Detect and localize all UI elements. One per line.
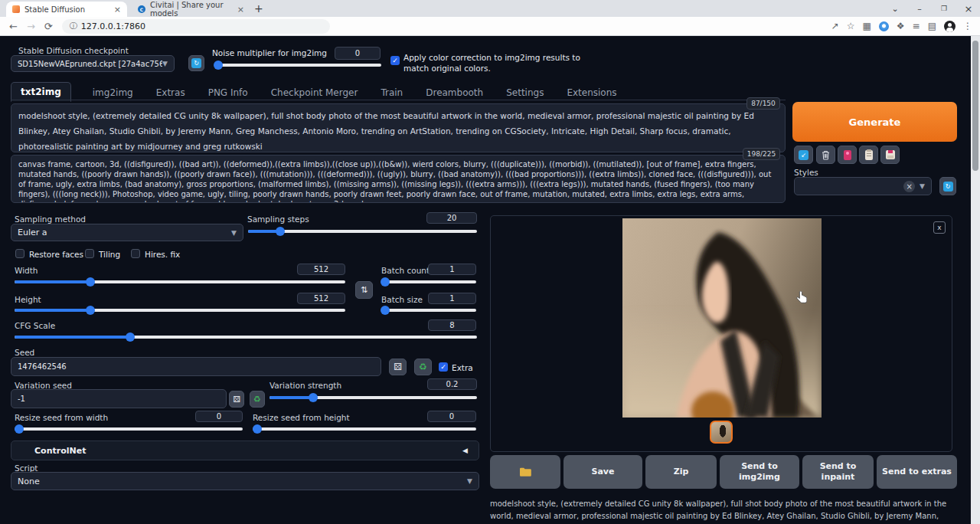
slider-handle[interactable] [86, 277, 95, 287]
slider-handle[interactable] [253, 424, 262, 434]
forward-icon[interactable]: → [27, 21, 35, 32]
close-tab-icon[interactable]: × [237, 5, 244, 15]
hires-fix-checkbox[interactable] [131, 249, 140, 258]
open-folder-button[interactable] [490, 455, 560, 489]
bookmark-star-icon[interactable]: ☆ [847, 21, 855, 31]
resize-seed-height-value[interactable]: 0 [427, 411, 476, 422]
batch-size-value[interactable]: 1 [428, 293, 476, 304]
noise-multiplier-slider[interactable] [215, 64, 381, 67]
browser-tab-title: Civitai | Share your models [150, 1, 233, 18]
slider-handle[interactable] [86, 306, 95, 315]
generate-button[interactable]: Generate [792, 102, 957, 142]
send-to-extras-button[interactable]: Send to extras [877, 455, 957, 489]
restore-faces-checkbox[interactable] [15, 249, 24, 258]
random-seed-button[interactable]: ⚄ [389, 359, 407, 375]
seed-input[interactable]: 1476462546 [11, 357, 381, 376]
resize-seed-width-value[interactable]: 0 [195, 411, 243, 422]
checkpoint-dropdown[interactable]: SD15NewVAEpruned.ckpt [27a4ac756c] ▼ [11, 55, 175, 72]
restore-button[interactable]: ❐ [933, 0, 956, 17]
grid-extension-icon[interactable]: ▦ [862, 21, 871, 31]
extension-dot-icon[interactable] [879, 21, 889, 31]
color-correction-checkbox[interactable]: ✓ [390, 56, 400, 65]
profile-avatar[interactable] [944, 21, 956, 32]
refresh-checkpoint-button[interactable]: ↻ [188, 55, 204, 71]
negative-prompt-textarea[interactable]: canvas frame, cartoon, 3d, ((disfigured)… [11, 155, 786, 203]
reuse-variation-seed-button[interactable]: ♻ [250, 391, 265, 408]
batch-size-slider[interactable] [381, 309, 476, 312]
apply-style-button[interactable] [859, 146, 878, 164]
slider-handle[interactable] [15, 424, 24, 434]
extra-networks-button[interactable] [838, 146, 857, 164]
send-to-inpaint-button[interactable]: Send to inpaint [802, 455, 874, 489]
chrome-chevron-icon[interactable]: ⌄ [884, 0, 906, 17]
sampling-steps-value[interactable]: 20 [426, 212, 477, 224]
browser-menu-icon[interactable]: ⋮ [963, 21, 972, 31]
restore-faces-label: Restore faces [29, 250, 83, 259]
close-window-button[interactable]: × [957, 0, 980, 17]
gallery-thumbnail[interactable] [710, 421, 733, 444]
minimize-button[interactable]: – [908, 0, 931, 17]
swap-dimensions-button[interactable]: ⇅ [355, 281, 373, 299]
zip-button[interactable]: Zip [645, 455, 717, 489]
clear-prompt-button[interactable] [816, 146, 835, 164]
height-label: Height [15, 295, 41, 304]
cfg-scale-value[interactable]: 8 [428, 319, 476, 331]
cfg-scale-slider[interactable] [15, 336, 477, 339]
chevron-down-icon: ▼ [467, 477, 472, 485]
extensions-puzzle-icon[interactable]: ❖ [897, 21, 905, 31]
width-slider[interactable] [15, 280, 345, 283]
site-info-icon[interactable]: ⓘ [70, 21, 77, 31]
paste-params-button[interactable]: ↙ [794, 146, 813, 164]
resize-seed-height-slider[interactable] [253, 427, 476, 431]
slider-handle[interactable] [214, 61, 223, 70]
sampling-steps-slider[interactable] [248, 230, 477, 233]
slider-handle[interactable] [309, 393, 318, 402]
batch-count-value[interactable]: 1 [428, 264, 476, 275]
save-button[interactable]: Save [564, 455, 642, 489]
height-value[interactable]: 512 [297, 293, 345, 304]
variation-strength-label: Variation strength [270, 381, 341, 390]
prompt-textarea[interactable]: modelshoot style, (extremely detailed CG… [11, 103, 786, 152]
send-to-img2img-button[interactable]: Send to img2img [720, 455, 799, 489]
new-tab-button[interactable]: + [254, 2, 263, 15]
refresh-styles-button[interactable]: ↻ [939, 177, 956, 195]
slider-handle[interactable] [276, 227, 285, 236]
slider-handle[interactable] [381, 306, 390, 315]
variation-strength-value[interactable]: 0.2 [427, 378, 477, 390]
url-field[interactable]: ⓘ 127.0.0.1:7860 [62, 19, 330, 34]
controlnet-accordion[interactable]: ControlNet ◀ [11, 440, 479, 460]
width-value[interactable]: 512 [297, 264, 345, 275]
close-tab-icon[interactable]: × [114, 5, 121, 15]
extra-seed-checkbox[interactable]: ✓ [439, 362, 448, 372]
close-gallery-button[interactable]: x [933, 221, 946, 234]
height-slider[interactable] [15, 309, 345, 312]
browser-tab-civitai[interactable]: C Civitai | Share your models × [132, 2, 250, 17]
reading-list-icon[interactable]: ≡ [913, 21, 920, 31]
share-icon[interactable]: ↗ [831, 21, 839, 31]
noise-multiplier-value[interactable]: 0 [335, 47, 381, 60]
slider-handle[interactable] [381, 277, 390, 287]
script-dropdown[interactable]: None ▼ [11, 472, 479, 490]
sampling-method-dropdown[interactable]: Euler a ▼ [11, 224, 243, 241]
scrollbar-thumb[interactable] [972, 41, 978, 171]
variation-strength-slider[interactable] [270, 396, 477, 399]
batch-count-slider[interactable] [381, 280, 476, 283]
page-scrollbar[interactable] [971, 36, 980, 524]
clear-styles-icon[interactable]: × [903, 181, 915, 192]
save-style-button[interactable] [880, 146, 900, 164]
tiling-checkbox[interactable] [85, 249, 94, 258]
reuse-seed-button[interactable]: ♻ [414, 359, 432, 375]
back-icon[interactable]: ← [9, 21, 18, 32]
tab-divider [11, 100, 786, 100]
resize-seed-width-slider[interactable] [15, 427, 243, 431]
generated-image[interactable] [622, 218, 822, 418]
browser-tab-stable-diffusion[interactable]: Stable Diffusion × [6, 2, 127, 17]
variation-seed-input[interactable]: -1 [11, 389, 227, 408]
reload-icon[interactable]: ⟳ [44, 21, 53, 32]
random-variation-seed-button[interactable]: ⚄ [229, 391, 244, 408]
trash-icon [822, 150, 830, 160]
side-panel-icon[interactable]: ▤ [928, 21, 936, 31]
slider-handle[interactable] [126, 332, 135, 342]
styles-dropdown[interactable]: × ▼ [794, 177, 932, 195]
variation-seed-value: -1 [18, 395, 25, 403]
